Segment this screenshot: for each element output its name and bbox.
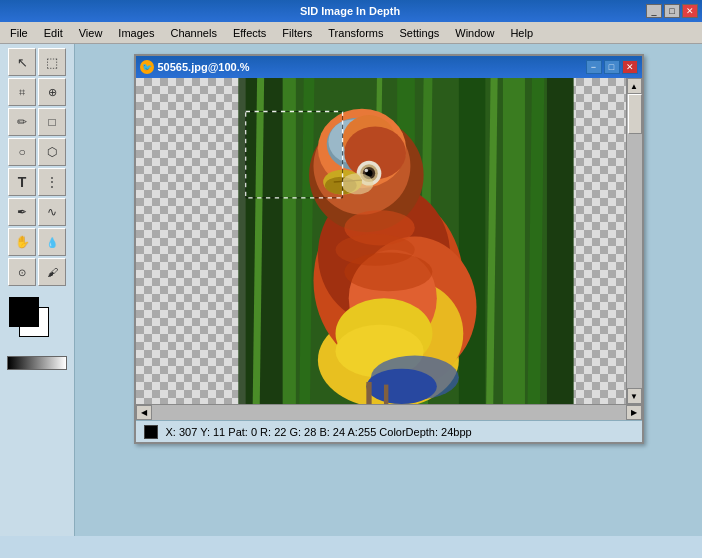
- svg-point-37: [344, 252, 432, 291]
- zoom-tool[interactable]: ⊕: [38, 78, 66, 106]
- tool-row-5: T ⋮: [4, 168, 70, 196]
- foreground-color-swatch[interactable]: [9, 297, 39, 327]
- svg-rect-46: [238, 78, 245, 404]
- scroll-down-btn[interactable]: ▼: [627, 388, 642, 404]
- tool-row-6: ✒ ∿: [4, 198, 70, 226]
- titlebar-controls[interactable]: _ □ ✕: [646, 4, 698, 18]
- image-viewport[interactable]: [136, 78, 626, 404]
- svg-line-11: [489, 78, 493, 404]
- parrot-image: [216, 78, 596, 404]
- app-titlebar: SID Image In Depth _ □ ✕: [0, 0, 702, 22]
- svg-rect-2: [282, 78, 295, 404]
- vertical-scrollbar[interactable]: ▲ ▼: [626, 78, 642, 404]
- crop-tool[interactable]: ⌗: [8, 78, 36, 106]
- eraser-tool[interactable]: □: [38, 108, 66, 136]
- menu-bar: File Edit View Images Channels Effects F…: [0, 22, 702, 44]
- menu-channels[interactable]: Channels: [162, 22, 224, 43]
- app-title: SID Image In Depth: [54, 5, 646, 17]
- clone-tool[interactable]: ⋮: [38, 168, 66, 196]
- image-window-title-area: 🐦 50565.jpg@100.%: [140, 60, 250, 74]
- image-window-titlebar: 🐦 50565.jpg@100.% − □ ✕: [136, 56, 642, 78]
- color-area: [4, 292, 70, 352]
- menu-transforms[interactable]: Transforms: [320, 22, 391, 43]
- toolbar: ↖ ⬚ ⌗ ⊕ ✏ □ ○ ⬡ T ⋮ ✒ ∿ ✋ 💧 ⊙ 🖌: [0, 44, 75, 536]
- image-window-controls[interactable]: − □ ✕: [586, 60, 638, 74]
- scroll-thumb[interactable]: [628, 94, 642, 134]
- canvas-area: 🐦 50565.jpg@100.% − □ ✕: [75, 44, 702, 536]
- close-button[interactable]: ✕: [682, 4, 698, 18]
- circle-tool[interactable]: ○: [8, 138, 36, 166]
- image-maximize-btn[interactable]: □: [604, 60, 620, 74]
- brush-tool[interactable]: 🖌: [38, 258, 66, 286]
- tool-row-2: ⌗ ⊕: [4, 78, 70, 106]
- main-area: ↖ ⬚ ⌗ ⊕ ✏ □ ○ ⬡ T ⋮ ✒ ∿ ✋ 💧 ⊙ 🖌: [0, 44, 702, 536]
- menu-effects[interactable]: Effects: [225, 22, 274, 43]
- menu-settings[interactable]: Settings: [392, 22, 448, 43]
- magnify-tool[interactable]: ⊙: [8, 258, 36, 286]
- status-text: X: 307 Y: 11 Pat: 0 R: 22 G: 28 B: 24 A:…: [166, 426, 472, 438]
- menu-filters[interactable]: Filters: [274, 22, 320, 43]
- svg-line-7: [256, 78, 260, 404]
- image-close-btn[interactable]: ✕: [622, 60, 638, 74]
- svg-line-8: [304, 78, 308, 404]
- status-color-indicator: [144, 425, 158, 439]
- menu-window[interactable]: Window: [447, 22, 502, 43]
- menu-help[interactable]: Help: [502, 22, 541, 43]
- bucket-tool[interactable]: ⬡: [38, 138, 66, 166]
- image-icon: 🐦: [140, 60, 154, 74]
- eyedropper-tool[interactable]: 💧: [38, 228, 66, 256]
- svg-rect-4: [458, 78, 484, 404]
- svg-point-41: [366, 369, 436, 404]
- parrot-svg: [216, 78, 596, 404]
- scroll-h-track[interactable]: [152, 405, 626, 420]
- svg-rect-43: [383, 385, 387, 404]
- horizontal-scrollbar[interactable]: ◀ ▶: [136, 404, 642, 420]
- tool-row-8: ⊙ 🖌: [4, 258, 70, 286]
- pencil-tool[interactable]: ✏: [8, 108, 36, 136]
- maximize-button[interactable]: □: [664, 4, 680, 18]
- scroll-track[interactable]: [627, 94, 642, 388]
- menu-view[interactable]: View: [71, 22, 111, 43]
- hand-tool[interactable]: ✋: [8, 228, 36, 256]
- scroll-right-btn[interactable]: ▶: [626, 405, 642, 420]
- svg-rect-42: [366, 382, 371, 404]
- scroll-up-btn[interactable]: ▲: [627, 78, 642, 94]
- minimize-button[interactable]: _: [646, 4, 662, 18]
- image-minimize-btn[interactable]: −: [586, 60, 602, 74]
- select-tool[interactable]: ↖: [8, 48, 36, 76]
- tool-row-1: ↖ ⬚: [4, 48, 70, 76]
- smudge-tool[interactable]: ∿: [38, 198, 66, 226]
- svg-point-30: [364, 169, 368, 173]
- image-title-text: 50565.jpg@100.%: [158, 61, 250, 73]
- svg-line-12: [533, 78, 537, 404]
- tool-row-3: ✏ □: [4, 108, 70, 136]
- tool-row-7: ✋ 💧: [4, 228, 70, 256]
- tool-row-4: ○ ⬡: [4, 138, 70, 166]
- image-status-bar: X: 307 Y: 11 Pat: 0 R: 22 G: 28 B: 24 A:…: [136, 420, 642, 442]
- svg-point-34: [341, 173, 373, 194]
- svg-rect-6: [546, 78, 572, 404]
- menu-edit[interactable]: Edit: [36, 22, 71, 43]
- text-tool[interactable]: T: [8, 168, 36, 196]
- image-window: 🐦 50565.jpg@100.% − □ ✕: [134, 54, 644, 444]
- marquee-tool[interactable]: ⬚: [38, 48, 66, 76]
- pen-tool[interactable]: ✒: [8, 198, 36, 226]
- menu-images[interactable]: Images: [110, 22, 162, 43]
- image-content: ▲ ▼: [136, 78, 642, 404]
- scroll-left-btn[interactable]: ◀: [136, 405, 152, 420]
- svg-rect-5: [502, 78, 524, 404]
- menu-file[interactable]: File: [2, 22, 36, 43]
- gradient-bar[interactable]: [7, 356, 67, 370]
